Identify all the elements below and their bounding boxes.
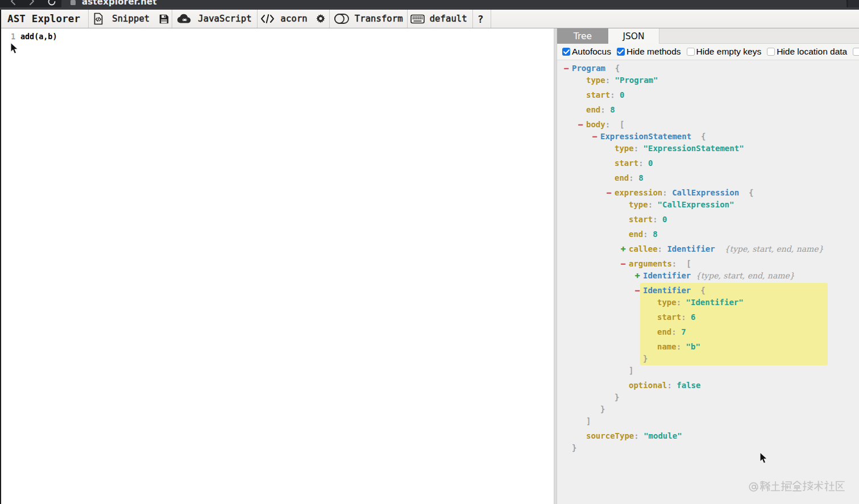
snippet-menu[interactable]: Snippet (89, 10, 172, 28)
ast-value: 6 (691, 313, 695, 322)
ast-key: end (629, 230, 643, 239)
collapse-toggle-icon[interactable]: − (635, 285, 643, 297)
app-title: AST Explorer (0, 10, 89, 28)
tree-line[interactable]: } (572, 391, 828, 403)
ast-tree[interactable]: −Program {type: "Program"start: 0end: 8−… (557, 61, 859, 504)
ast-node-name: Identifier (643, 271, 691, 280)
collapse-toggle-icon[interactable]: − (564, 63, 572, 74)
ast-key: name (657, 342, 677, 351)
ast-key: type (615, 144, 634, 153)
ast-value: "b" (686, 342, 700, 351)
option-hide-methods[interactable]: Hide methods (617, 47, 681, 57)
tree-line[interactable]: type: "ExpressionStatement" (572, 143, 828, 155)
collapse-toggle-icon[interactable]: − (621, 258, 629, 270)
tree-line[interactable]: +callee: Identifier {type, start, end, n… (572, 243, 828, 255)
option-hide-location-data[interactable]: Hide location data (767, 47, 847, 57)
checkbox-unchecked-icon[interactable] (853, 48, 859, 56)
browser-back-icon[interactable] (9, 0, 17, 5)
tree-line[interactable]: type: "CallExpression" (572, 199, 828, 211)
tree-line[interactable]: start: 0 (572, 157, 828, 169)
ast-punctuation: : (658, 244, 667, 253)
checkbox-checked-icon[interactable] (562, 48, 570, 56)
save-floppy-icon[interactable] (159, 14, 169, 24)
ast-node-name: Identifier (667, 244, 715, 253)
ast-panel: Tree JSON Autofocus Hide methods Hide em… (557, 28, 859, 504)
tree-line[interactable]: −ExpressionStatement { (572, 131, 828, 143)
keymap-menu[interactable]: default (408, 10, 473, 28)
browser-forward-icon[interactable] (28, 0, 36, 5)
tab-tree[interactable]: Tree (557, 28, 608, 44)
ast-key: start (586, 90, 610, 99)
tree-line[interactable]: ] (572, 365, 828, 377)
help-button[interactable]: ? (473, 10, 491, 28)
ast-punctuation: : (605, 76, 615, 85)
parser-menu[interactable]: acorn (258, 10, 330, 28)
tree-line[interactable]: ] (572, 415, 828, 427)
tree-line[interactable]: name: "b" (643, 341, 828, 353)
tree-line[interactable]: end: 8 (572, 172, 828, 184)
browser-tab[interactable]: astexplorer.net (61, 0, 846, 7)
tree-line[interactable]: start: 6 (643, 311, 828, 323)
option-clipped[interactable] (853, 48, 859, 56)
keymap-label: default (430, 14, 467, 24)
collapse-toggle-icon[interactable]: − (592, 131, 600, 143)
ast-value: "Program" (615, 76, 658, 85)
expand-toggle-icon[interactable]: + (635, 270, 643, 282)
tree-line[interactable]: +Identifier {type, start, end, name} (572, 270, 828, 282)
browser-reload-icon[interactable] (47, 0, 55, 5)
file-code-icon (93, 13, 104, 25)
ast-value: 0 (620, 90, 624, 99)
tree-line[interactable]: −arguments: [ (572, 258, 828, 270)
tree-line[interactable]: −body: [ (572, 119, 828, 131)
help-label: ? (473, 13, 491, 25)
ast-punctuation: } (600, 405, 605, 414)
ast-punctuation: : (634, 144, 644, 153)
tree-line[interactable]: end: 8 (572, 228, 828, 240)
tree-line[interactable]: end: 7 (643, 326, 828, 338)
toggle-off-icon (334, 14, 349, 24)
ast-value: 8 (610, 105, 615, 114)
gear-icon[interactable] (316, 14, 326, 24)
tree-options-row: Autofocus Hide methods Hide empty keys H… (557, 44, 859, 60)
tree-line[interactable]: start: 0 (572, 89, 828, 101)
ast-key: body (586, 120, 605, 129)
ast-punctuation: : (629, 173, 638, 182)
checkbox-unchecked-icon[interactable] (767, 48, 775, 56)
checkbox-checked-icon[interactable] (617, 48, 625, 56)
tree-line[interactable]: start: 0 (572, 214, 828, 226)
ast-key: type (586, 76, 605, 85)
tree-line[interactable]: } (572, 442, 828, 454)
expand-toggle-icon[interactable]: + (621, 243, 629, 255)
tree-line[interactable]: } (572, 403, 828, 415)
code-editor[interactable]: 1 add(a,b) (0, 28, 554, 504)
tree-line[interactable]: −expression: CallExpression { (572, 187, 828, 199)
ast-key: start (629, 215, 653, 224)
line-number: 1 (11, 31, 15, 42)
tree-line[interactable]: end: 8 (572, 104, 828, 116)
tree-line[interactable]: sourceType: "module" (572, 430, 828, 442)
option-hide-empty-keys[interactable]: Hide empty keys (687, 47, 762, 57)
option-autofocus[interactable]: Autofocus (562, 47, 611, 57)
tab-json[interactable]: JSON (608, 28, 659, 44)
ast-value: "CallExpression" (658, 200, 734, 209)
tree-line[interactable]: −Program { (572, 63, 828, 74)
checkbox-unchecked-icon[interactable] (687, 48, 695, 56)
ast-punctuation: : (662, 188, 672, 197)
ast-punctuation: : (681, 313, 691, 322)
ast-punctuation: ] (629, 366, 633, 375)
collapse-toggle-icon[interactable]: − (578, 119, 586, 131)
parser-label: acorn (281, 14, 308, 24)
app-toolbar: AST Explorer Snippet JavaSc (0, 10, 859, 28)
highlighted-node[interactable]: −Identifier {type: "Identifier"start: 6e… (640, 283, 828, 365)
tree-line[interactable]: type: "Program" (572, 74, 828, 86)
category-menu[interactable]: JavaScript (172, 10, 257, 28)
ast-value: 8 (653, 230, 657, 239)
ast-value: 0 (662, 215, 667, 224)
tree-line[interactable]: −Identifier { (643, 285, 828, 297)
collapse-toggle-icon[interactable]: − (607, 187, 615, 199)
tab-title: astexplorer.net (82, 0, 157, 6)
tree-line[interactable]: optional: false (572, 380, 828, 391)
transform-menu[interactable]: Transform (330, 10, 408, 28)
tree-line[interactable]: type: "Identifier" (643, 297, 828, 309)
tree-line[interactable]: } (643, 353, 828, 365)
